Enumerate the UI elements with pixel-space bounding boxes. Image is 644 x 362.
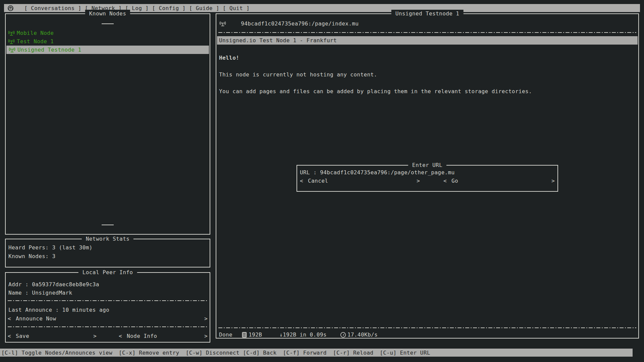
transfer-status-bar: Done 192B ↓192B in 0.09s 17.40Kb/s bbox=[219, 330, 638, 339]
peer-addr: Addr : 0a59377daec8eb8e9c3a bbox=[6, 280, 210, 289]
button-right-bracket: > bbox=[551, 177, 555, 185]
heard-peers-stat: Heard Peers: 3 (last 30m) bbox=[6, 243, 210, 252]
shortcut-reload[interactable]: [C-r]Reload bbox=[333, 350, 373, 356]
shortcut-remove-entry[interactable]: [C-x]Remove entry bbox=[119, 350, 179, 356]
menu-item-conversations[interactable]: [ Conversations ] bbox=[24, 5, 82, 11]
local-peer-info-title: Local Peer Info bbox=[78, 268, 137, 277]
menu-item-config[interactable]: [ Config ] bbox=[152, 5, 185, 11]
save-button[interactable]: <Save > bbox=[8, 332, 97, 340]
node-info-button[interactable]: <Node Info > bbox=[119, 332, 208, 340]
page-header-bar: Unsigned.io Test Node 1 - Frankfurt bbox=[217, 36, 638, 45]
node-antenna-icon bbox=[8, 47, 16, 53]
button-right-bracket: > bbox=[204, 314, 208, 323]
page-greeting: Hello! bbox=[219, 54, 638, 62]
button-left-bracket: < bbox=[119, 333, 122, 339]
node-browser-panel: Unsigned Testnode 1 94bcadf1c024735ea796… bbox=[216, 13, 639, 339]
divider bbox=[218, 32, 636, 33]
status-transfer: ↓192B in 0.09s bbox=[279, 330, 326, 339]
menu-item-guide[interactable]: [ Guide ] bbox=[189, 5, 219, 11]
status-size: 192B bbox=[249, 330, 262, 339]
network-stats-panel: Network Stats Heard Peers: 3 (last 30m) … bbox=[5, 239, 210, 267]
divider bbox=[218, 327, 636, 328]
node-antenna-icon bbox=[8, 31, 15, 36]
url-input[interactable]: URL : 94bcadf1c024735ea796:/page/other_p… bbox=[300, 168, 557, 177]
cancel-button[interactable]: <Cancel > bbox=[300, 177, 420, 185]
button-left-bracket: < bbox=[443, 178, 447, 184]
shortcut-toggle-view[interactable]: [C-l]Toggle Nodes/Announces view bbox=[1, 350, 112, 356]
node-list-item[interactable]: Test Node 1 bbox=[6, 37, 210, 46]
speed-gauge-icon bbox=[340, 332, 346, 338]
button-left-bracket: < bbox=[8, 333, 11, 339]
node-antenna-icon bbox=[8, 39, 15, 44]
node-list-item-selected[interactable]: Unsigned Testnode 1 bbox=[6, 46, 209, 54]
shortcut-back[interactable]: [C-d]Back bbox=[243, 350, 276, 356]
local-peer-info-panel: Local Peer Info Addr : 0a59377daec8eb8e9… bbox=[5, 272, 210, 343]
known-nodes-stat: Known Nodes: 3 bbox=[6, 252, 210, 260]
button-left-bracket: < bbox=[8, 315, 11, 322]
divider bbox=[8, 300, 208, 301]
scroll-indicator-bottom bbox=[102, 225, 114, 225]
node-name: Test Node 1 bbox=[17, 37, 54, 46]
shortcut-bar: [C-l]Toggle Nodes/Announces view [C-x]Re… bbox=[0, 349, 633, 357]
peer-name: Name : UnsignedMark bbox=[6, 289, 210, 297]
enter-url-dialog: Enter URL URL : 94bcadf1c024735ea796:/pa… bbox=[297, 165, 558, 192]
button-right-bracket: > bbox=[204, 332, 208, 340]
shortcut-forward[interactable]: [C-f]Forward bbox=[283, 350, 326, 356]
network-stats-title: Network Stats bbox=[82, 235, 133, 243]
divider bbox=[8, 326, 208, 327]
status-speed: 17.40Kb/s bbox=[347, 330, 378, 339]
scroll-indicator-top bbox=[102, 23, 114, 24]
node-name: Unsigned Testnode 1 bbox=[17, 46, 82, 54]
node-list-item[interactable]: Mobile Node bbox=[6, 29, 210, 37]
node-name: Mobile Node bbox=[17, 29, 54, 37]
button-left-bracket: < bbox=[300, 178, 303, 184]
button-right-bracket: > bbox=[93, 332, 97, 340]
known-nodes-panel: Known Nodes Mobile Node bbox=[5, 13, 210, 235]
file-size-icon bbox=[242, 332, 247, 338]
current-url[interactable]: 94bcadf1c024735ea796:/page/index.mu bbox=[241, 19, 359, 28]
last-announce: Last Announce : 10 minutes ago bbox=[6, 306, 210, 314]
node-browser-title: Unsigned Testnode 1 bbox=[391, 10, 464, 18]
announce-now-button[interactable]: <Announce Now > bbox=[8, 314, 208, 323]
go-button[interactable]: <Go > bbox=[443, 177, 555, 185]
known-nodes-title: Known Nodes bbox=[85, 10, 130, 18]
address-row: 94bcadf1c024735ea796:/page/index.mu bbox=[219, 19, 638, 28]
page-text-line: This node is currently not hosting any c… bbox=[219, 70, 638, 79]
shortcut-enter-url[interactable]: [C-u]Enter URL bbox=[380, 350, 430, 356]
page-text-line: You can add pages and files can be added… bbox=[219, 87, 638, 96]
button-right-bracket: > bbox=[417, 177, 420, 185]
status-state: Done bbox=[219, 330, 232, 339]
shortcut-disconnect[interactable]: [C-w]Disconnect bbox=[186, 350, 240, 356]
